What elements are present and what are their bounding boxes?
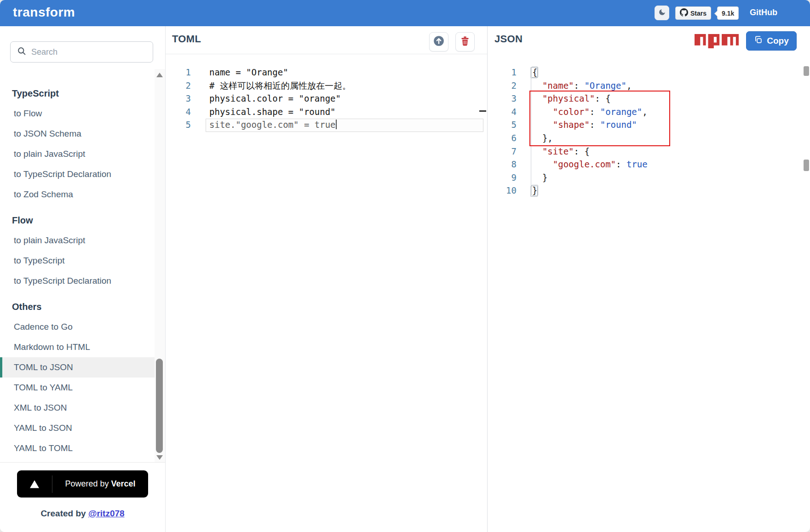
sidebar-item-toml-to-json[interactable]: TOML to JSON xyxy=(0,357,155,378)
json-token: : xyxy=(616,159,626,169)
line-number: 7 xyxy=(499,145,517,158)
sidebar-scrollbar xyxy=(155,69,165,463)
nav-section: TypeScriptto Flowto JSON Schemato plain … xyxy=(0,83,155,205)
sidebar-item-cadence-to-go[interactable]: Cadence to Go xyxy=(0,317,155,337)
line-number: 6 xyxy=(499,132,517,145)
json-code-line[interactable]: "google.com": true xyxy=(532,158,648,171)
github-link[interactable]: GitHub xyxy=(750,8,777,17)
author-link[interactable]: @ritz078 xyxy=(88,509,125,518)
json-token: : xyxy=(574,146,585,156)
line-number: 9 xyxy=(499,171,517,184)
line-number: 3 xyxy=(499,92,517,105)
scroll-down-arrow-icon[interactable] xyxy=(156,455,163,460)
line-number: 3 xyxy=(170,92,191,105)
sidebar-item-yaml-to-json[interactable]: YAML to JSON xyxy=(0,418,155,438)
sidebar-item-to-flow[interactable]: to Flow xyxy=(0,103,155,124)
sidebar-scrollbar-thumb[interactable] xyxy=(156,359,163,453)
sidebar-item-to-zod-schema[interactable]: to Zod Schema xyxy=(0,184,155,205)
toml-code-line[interactable]: physical.color = "orange" xyxy=(209,92,351,105)
sidebar-item-to-typescript[interactable]: to TypeScript xyxy=(0,251,155,271)
copy-label: Copy xyxy=(767,36,789,46)
toml-code-line[interactable]: physical.shape = "round" xyxy=(209,105,351,119)
nav-section: OthersCadence to GoMarkdown to HTMLTOML … xyxy=(0,297,155,458)
trash-icon xyxy=(460,35,471,48)
json-token: { xyxy=(584,146,589,156)
stars-count-badge[interactable]: 9.1k xyxy=(717,6,739,20)
panel-splitter-handle[interactable] xyxy=(479,110,486,112)
json-token: true xyxy=(626,159,648,169)
sidebar-item-to-plain-javascript[interactable]: to plain JavaScript xyxy=(0,144,155,164)
dark-mode-toggle[interactable] xyxy=(655,6,669,20)
line-number: 4 xyxy=(499,105,517,119)
json-scrollbar-mark[interactable] xyxy=(804,66,809,76)
line-number: 8 xyxy=(499,158,517,171)
nav-section: Flowto plain JavaScriptto TypeScriptto T… xyxy=(0,210,155,291)
json-code-line[interactable]: { xyxy=(532,66,648,79)
copy-button[interactable]: Copy xyxy=(746,31,797,51)
toml-panel-title: TOML xyxy=(172,33,201,45)
line-number: 1 xyxy=(499,66,517,79)
sidebar-item-to-typescript-declaration[interactable]: to TypeScript Declaration xyxy=(0,271,155,291)
sidebar-divider xyxy=(165,26,166,532)
json-token: { xyxy=(531,67,538,78)
app-window: transform Stars 9.1k GitHub TypeScriptto… xyxy=(0,0,810,532)
search-box xyxy=(10,41,153,63)
vercel-triangle-icon xyxy=(17,479,52,490)
line-number: 2 xyxy=(499,79,517,92)
sidebar-item-toml-to-yaml[interactable]: TOML to YAML xyxy=(0,378,155,398)
json-token: : xyxy=(574,80,585,91)
toml-code-line[interactable]: name = "Orange" xyxy=(209,66,351,79)
clear-input-button[interactable] xyxy=(455,32,475,51)
app-logo[interactable]: transform xyxy=(13,5,75,20)
sidebar-item-markdown-to-html[interactable]: Markdown to HTML xyxy=(0,337,155,357)
sidebar-item-yaml-to-toml[interactable]: YAML to TOML xyxy=(0,438,155,458)
nav-section-title: Flow xyxy=(0,210,155,230)
line-number: 5 xyxy=(170,118,191,132)
created-by-line: Created by @ritz078 xyxy=(0,509,165,519)
json-code-line[interactable]: "name": "Orange", xyxy=(532,79,648,92)
json-line-numbers: 12345678910 xyxy=(499,66,517,197)
json-panel-title: JSON xyxy=(494,33,523,45)
nav-section-title: TypeScript xyxy=(0,83,155,103)
scroll-up-arrow-icon[interactable] xyxy=(156,73,163,77)
search-input[interactable] xyxy=(31,47,137,57)
sidebar-footer: Powered by Vercel Created by @ritz078 xyxy=(0,462,165,532)
json-token: "Orange" xyxy=(584,80,626,91)
panel-divider xyxy=(487,26,488,532)
line-number: 1 xyxy=(170,66,191,79)
toml-active-line-box xyxy=(206,119,483,132)
moon-icon xyxy=(658,8,666,18)
line-number: 4 xyxy=(170,105,191,119)
json-scrollbar-mark[interactable] xyxy=(804,160,809,171)
annotation-highlight-box xyxy=(529,91,670,146)
upload-file-button[interactable] xyxy=(429,32,448,51)
json-token: "google.com" xyxy=(553,159,616,169)
top-bar: transform Stars 9.1k GitHub xyxy=(0,0,810,26)
npm-logo[interactable] xyxy=(695,34,739,48)
search-icon xyxy=(17,46,27,58)
upload-icon xyxy=(433,35,445,49)
line-number: 10 xyxy=(499,184,517,197)
sidebar-item-to-json-schema[interactable]: to JSON Schema xyxy=(0,124,155,144)
line-number: 5 xyxy=(499,118,517,132)
created-by-label: Created by xyxy=(40,509,86,518)
powered-by-label: Powered by Vercel xyxy=(52,479,148,489)
toml-header-divider xyxy=(166,54,487,54)
json-code-line[interactable]: } xyxy=(532,184,648,197)
sidebar-item-to-typescript-declaration[interactable]: to TypeScript Declaration xyxy=(0,164,155,184)
stars-count: 9.1k xyxy=(722,10,734,17)
json-token: } xyxy=(542,172,547,183)
json-code-line[interactable]: "site": { xyxy=(532,145,648,158)
json-token: "name" xyxy=(542,80,574,91)
powered-by-vercel-button[interactable]: Powered by Vercel xyxy=(17,470,148,498)
sidebar-item-to-plain-javascript[interactable]: to plain JavaScript xyxy=(0,230,155,251)
toml-line-numbers: 12345 xyxy=(170,66,191,132)
toml-code-line[interactable]: # 这样可以将相近的属性放在一起。 xyxy=(209,79,351,92)
stars-label: Stars xyxy=(690,10,707,17)
json-token: } xyxy=(531,185,538,196)
github-stars-button[interactable]: Stars xyxy=(675,6,711,20)
github-octocat-icon xyxy=(680,8,688,18)
json-code-line[interactable]: } xyxy=(532,171,648,184)
line-number: 2 xyxy=(170,79,191,92)
sidebar-item-xml-to-json[interactable]: XML to JSON xyxy=(0,398,155,418)
